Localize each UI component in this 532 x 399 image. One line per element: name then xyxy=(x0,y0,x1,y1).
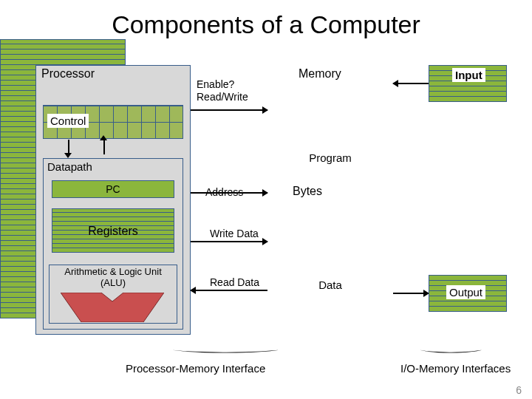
write-data-label: Write Data xyxy=(210,228,262,240)
output-arrow xyxy=(393,293,429,294)
write-data-arrow xyxy=(191,241,267,242)
read-data-arrow xyxy=(191,290,267,291)
control-label: Control xyxy=(47,114,89,128)
memory-data-label: Data xyxy=(268,272,392,299)
alu-trapezoid-icon xyxy=(61,293,164,322)
processor-label: Processor xyxy=(41,67,95,81)
pc-block: PC xyxy=(52,180,174,198)
memory-label: Memory xyxy=(294,66,346,81)
registers-block: Registers xyxy=(52,208,174,253)
address-label: Address xyxy=(205,186,243,198)
brace-icon: ︶ xyxy=(417,346,490,360)
arrow-head-down-icon xyxy=(64,153,72,158)
alu-label: Arithmetic & Logic Unit (ALU) xyxy=(53,266,173,288)
slide-title: Components of a Computer xyxy=(0,0,532,39)
datapath-label: Datapath xyxy=(47,160,92,173)
datapath-to-control-arrow xyxy=(103,140,105,154)
input-label: Input xyxy=(452,68,485,82)
io-memory-interfaces-label: I/O-Memory Interfaces xyxy=(400,362,511,375)
arrow-head-up-icon xyxy=(100,135,107,140)
memory-program-label: Program xyxy=(268,145,392,171)
memory-bytes-label: Bytes xyxy=(293,185,322,198)
brace-icon: ︶ xyxy=(168,346,293,360)
input-arrow xyxy=(393,83,429,84)
page-number: 6 xyxy=(516,384,522,396)
enable-arrow xyxy=(191,109,267,111)
svg-marker-0 xyxy=(61,293,164,322)
read-data-label: Read Data xyxy=(210,276,262,289)
output-label: Output xyxy=(446,285,485,299)
processor-memory-interface-label: Processor-Memory Interface xyxy=(126,362,265,375)
enable-label: Enable? Read/Write xyxy=(197,78,263,103)
control-to-datapath-arrow xyxy=(68,140,69,154)
